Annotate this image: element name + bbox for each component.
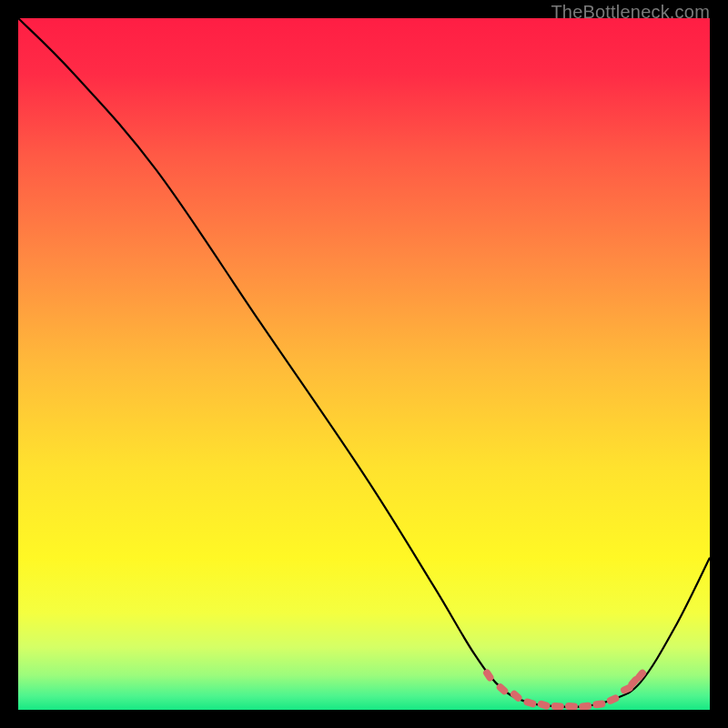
chart-background	[18, 18, 710, 710]
chart-marker	[551, 703, 564, 710]
chart-marker	[565, 703, 578, 710]
chart-frame: TheBottleneck.com	[0, 0, 728, 728]
chart-plot-area	[18, 18, 710, 710]
chart-svg	[18, 18, 710, 710]
